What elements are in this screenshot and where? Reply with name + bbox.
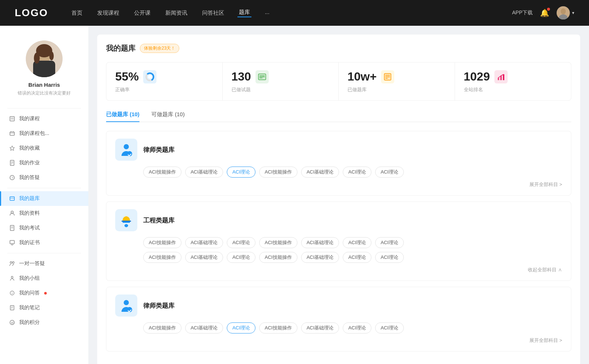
nav-home[interactable]: 首页 — [70, 10, 84, 17]
sidebar-item-myqa-label: 我的问答 — [19, 290, 40, 296]
bank-tag[interactable]: ACI基础理论 — [185, 252, 223, 263]
tutor-icon — [9, 260, 15, 267]
bank-tag[interactable]: ACI基础理论 — [301, 167, 339, 178]
bank-tag[interactable]: ACI技能操作 — [143, 322, 181, 333]
sidebar-item-cert[interactable]: 我的证书 — [0, 235, 88, 250]
bank-tag[interactable]: ACI基础理论 — [301, 322, 339, 333]
bank-tag[interactable]: ACI理论 — [343, 167, 371, 178]
bank-tag-active[interactable]: ACI理论 — [227, 167, 255, 178]
bank-card-0-expand[interactable]: 展开全部科目 > — [115, 181, 562, 188]
sidebar-item-group[interactable]: 我的小组 — [0, 271, 88, 286]
qa-icon: ? — [9, 290, 15, 296]
bank-card-0-header: 律师类题库 — [115, 139, 562, 161]
bank-tag[interactable]: ACI理论 — [227, 252, 255, 263]
cert-icon — [9, 239, 15, 246]
svg-point-34 — [11, 276, 13, 278]
svg-point-26 — [11, 211, 13, 213]
bank-tag[interactable]: ACI技能操作 — [259, 252, 297, 263]
page-title: 我的题库 — [106, 43, 135, 53]
sidebar-item-course-label: 我的课程 — [19, 115, 40, 122]
bank-tag[interactable]: ACI技能操作 — [143, 237, 181, 248]
stat-done-questions-value: 130 — [232, 70, 251, 83]
bank-tag[interactable]: ACI技能操作 — [259, 237, 297, 248]
stat-done-questions-label: 已做试题 — [232, 86, 330, 93]
exam-icon — [9, 225, 15, 231]
bank-tag[interactable]: ACI理论 — [343, 322, 371, 333]
sidebar-item-notes[interactable]: 我的笔记 — [0, 300, 88, 315]
bank-tag[interactable]: ACI理论 — [375, 252, 404, 263]
sidebar-item-package[interactable]: 我的课程包... — [0, 126, 88, 141]
bank-tag[interactable]: ACI技能操作 — [259, 167, 297, 178]
bank-tag[interactable]: ACI基础理论 — [301, 252, 339, 263]
bank-icon — [9, 195, 15, 202]
bank-card-1-header: 工程类题库 — [115, 209, 562, 231]
sidebar-divider-top — [7, 108, 81, 108]
sidebar-item-exam[interactable]: 我的考试 — [0, 221, 88, 235]
user-avatar-area[interactable]: ▾ — [557, 6, 574, 19]
bank-tag[interactable]: ACI理论 — [343, 252, 371, 263]
nav-news[interactable]: 新闻资讯 — [164, 10, 189, 17]
tab-available[interactable]: 可做题库 (10) — [151, 111, 185, 122]
svg-point-9 — [49, 51, 54, 60]
sidebar-item-qa[interactable]: ? 我的答疑 — [0, 170, 88, 185]
sidebar-item-points[interactable]: 积 我的积分 — [0, 315, 88, 330]
bank-card-1-tags-row1: ACI技能操作 ACI基础理论 ACI理论 ACI技能操作 ACI基础理论 AC… — [115, 237, 562, 248]
bank-tag[interactable]: ACI技能操作 — [143, 167, 181, 178]
sidebar-item-bank[interactable]: 我的题库 — [0, 191, 88, 206]
bank-tag[interactable]: ACI理论 — [343, 237, 371, 248]
bank-tag[interactable]: ACI理论 — [375, 322, 404, 333]
nav-qa[interactable]: 问答社区 — [201, 10, 226, 17]
bank-tag[interactable]: ACI理论 — [375, 237, 404, 248]
bank-card-1: 工程类题库 ACI技能操作 ACI基础理论 ACI理论 ACI技能操作 ACI基… — [106, 201, 571, 281]
nav-more[interactable]: ··· — [263, 10, 271, 16]
stat-done-banks-top: 10w+ — [348, 70, 446, 83]
pie-icon — [143, 70, 156, 83]
bank-tag[interactable]: ACI基础理论 — [301, 237, 339, 248]
lawyer-icon — [115, 139, 137, 161]
stat-done-questions-top: 130 — [232, 70, 330, 83]
course-icon — [9, 115, 15, 122]
bank-tag[interactable]: ACI技能操作 — [143, 252, 181, 263]
sidebar-item-homework[interactable]: 我的作业 — [0, 156, 88, 170]
app-download-button[interactable]: APP下载 — [512, 10, 533, 16]
stats-row: 55% 正确率 130 — [106, 62, 571, 101]
chart-icon — [494, 70, 508, 83]
bank-tag[interactable]: ACI理论 — [227, 237, 255, 248]
bank-card-2: 律师类题库 ACI技能操作 ACI基础理论 ACI理论 ACI技能操作 ACI基… — [106, 287, 571, 351]
sidebar-item-profile[interactable]: 我的资料 — [0, 206, 88, 221]
svg-point-32 — [10, 262, 12, 264]
homework-icon — [9, 160, 15, 166]
bank-tag[interactable]: ACI基础理论 — [185, 322, 223, 333]
sidebar-item-course[interactable]: 我的课程 — [0, 111, 88, 126]
sidebar-item-exam-label: 我的考试 — [19, 225, 40, 231]
bank-tag[interactable]: ACI技能操作 — [259, 322, 297, 333]
notification-bell[interactable]: 🔔 — [540, 8, 549, 17]
svg-rect-30 — [10, 240, 14, 244]
nav-courses[interactable]: 发现课程 — [96, 10, 121, 17]
nav-open-course[interactable]: 公开课 — [133, 10, 152, 17]
bank-card-2-expand[interactable]: 展开全部科目 > — [115, 337, 562, 344]
svg-text:?: ? — [11, 176, 13, 180]
bank-tag-active[interactable]: ACI理论 — [227, 322, 255, 333]
stat-done-banks-label: 已做题库 — [348, 86, 446, 93]
stat-done-banks: 10w+ 已做题库 — [339, 63, 455, 100]
nav-bank[interactable]: 题库 — [237, 9, 251, 17]
bank-tag[interactable]: ACI理论 — [375, 167, 404, 178]
svg-rect-10 — [10, 117, 14, 121]
sidebar-item-favorites-label: 我的收藏 — [19, 145, 40, 151]
engineer-icon — [115, 209, 137, 231]
svg-point-44 — [148, 75, 152, 79]
bank-card-2-header: 律师类题库 — [115, 295, 562, 317]
stat-ranking-top: 1029 — [464, 70, 562, 83]
sidebar-item-qa-label: 我的答疑 — [19, 174, 40, 181]
bank-tag[interactable]: ACI基础理论 — [185, 237, 223, 248]
sidebar-item-profile-label: 我的资料 — [19, 210, 40, 217]
list-icon — [255, 70, 269, 83]
svg-point-31 — [11, 244, 13, 245]
bank-tag[interactable]: ACI基础理论 — [185, 167, 223, 178]
bank-card-1-expand[interactable]: 收起全部科目 ∧ — [115, 267, 562, 273]
tab-done[interactable]: 已做题库 (10) — [106, 111, 140, 122]
sidebar-item-favorites[interactable]: 我的收藏 — [0, 141, 88, 156]
sidebar-item-myqa[interactable]: ? 我的问答 — [0, 286, 88, 300]
sidebar-item-tutor[interactable]: 一对一答疑 — [0, 256, 88, 271]
